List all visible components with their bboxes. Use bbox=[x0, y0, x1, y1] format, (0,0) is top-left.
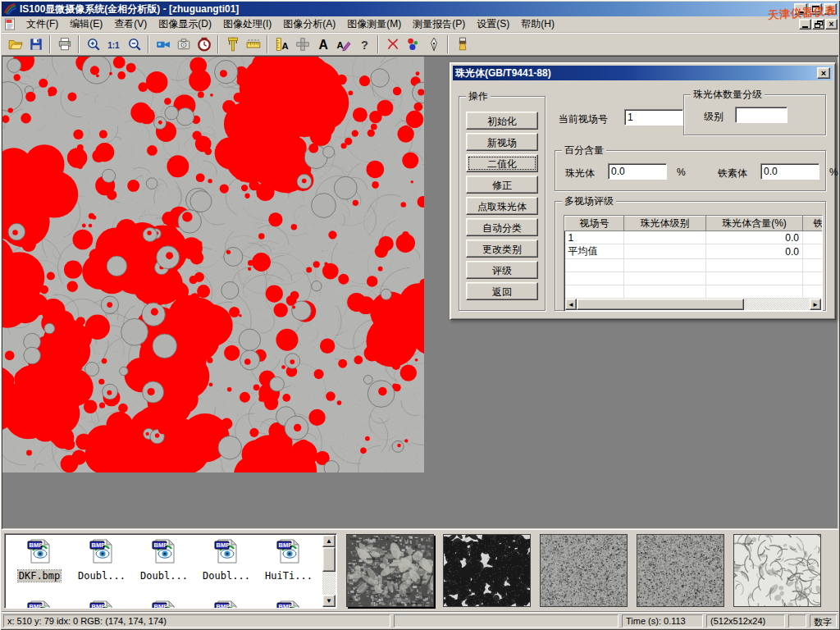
menu-item-3[interactable]: 图像显示(D) bbox=[153, 16, 217, 33]
file-name: Doubl... bbox=[202, 570, 251, 582]
table-cell: 1 bbox=[565, 231, 624, 244]
dialog-close-button[interactable]: × bbox=[817, 67, 830, 79]
file-item-0[interactable]: BMPDKF.bmp bbox=[10, 538, 69, 582]
table-row[interactable] bbox=[565, 259, 824, 272]
file-scroll-thumb[interactable] bbox=[322, 547, 336, 572]
menu-item-0[interactable]: 文件(F) bbox=[21, 16, 64, 33]
curve-tool-icon[interactable] bbox=[382, 34, 403, 54]
svg-text:BMP: BMP bbox=[92, 541, 106, 549]
op-button-4[interactable]: 点取珠光体 bbox=[466, 197, 538, 215]
op-button-8[interactable]: 返回 bbox=[466, 282, 538, 300]
op-button-2[interactable]: 二值化 bbox=[466, 154, 538, 172]
table-row[interactable] bbox=[565, 285, 824, 299]
context-help-icon[interactable]: ? bbox=[354, 34, 374, 54]
thumbnail-2[interactable] bbox=[443, 534, 531, 607]
thumbnail-2-canvas[interactable] bbox=[444, 535, 530, 606]
dialog-title-bar[interactable]: 珠光体(GB/T9441-88) × bbox=[453, 66, 833, 80]
op-button-0[interactable]: 初始化 bbox=[466, 112, 538, 130]
pct-input-0[interactable] bbox=[608, 163, 667, 180]
menu-item-7[interactable]: 测量报告(P) bbox=[407, 16, 471, 33]
file-list-scrollbar[interactable]: ▲ ▼ bbox=[322, 535, 336, 607]
file-item-3[interactable]: BMPDoubl... bbox=[197, 538, 256, 582]
op-button-1[interactable]: 新视场 bbox=[466, 133, 538, 151]
thumbnail-5-canvas[interactable] bbox=[734, 535, 820, 606]
current-view-label: 当前视场号 bbox=[559, 112, 608, 126]
scroll-thumb[interactable] bbox=[577, 299, 744, 310]
file-item-1[interactable]: BMPDoubl... bbox=[72, 538, 131, 582]
edit-annotation-icon[interactable]: A bbox=[333, 34, 354, 54]
text-annotation-icon[interactable]: A bbox=[313, 34, 333, 54]
child-close-button[interactable]: × bbox=[825, 19, 838, 30]
scale-calibration-icon[interactable]: A bbox=[272, 34, 292, 54]
table-col-1: 珠光体级别 bbox=[624, 217, 706, 231]
actual-size-icon[interactable]: 1:1 bbox=[103, 34, 124, 54]
thumbnail-5[interactable] bbox=[733, 534, 821, 607]
file-item-row2-4[interactable]: BMP bbox=[259, 600, 318, 609]
op-button-6[interactable]: 更改类别 bbox=[466, 240, 538, 258]
table-row[interactable]: 平均值0.0 bbox=[565, 244, 824, 259]
thumbnail-4-canvas[interactable] bbox=[637, 535, 724, 606]
scroll-left-icon[interactable]: ◄ bbox=[565, 299, 577, 310]
micrograph-image[interactable] bbox=[2, 57, 424, 472]
scroll-down-icon[interactable]: ▼ bbox=[322, 595, 336, 607]
file-item-row2-3[interactable]: BMP bbox=[197, 600, 256, 609]
pct-input-1[interactable] bbox=[760, 163, 819, 180]
table-row[interactable] bbox=[565, 272, 824, 285]
op-button-7[interactable]: 评级 bbox=[466, 261, 538, 279]
menu-item-6[interactable]: 图像测量(M) bbox=[341, 16, 407, 33]
pen-tool-icon[interactable] bbox=[423, 34, 444, 54]
op-button-3[interactable]: 修正 bbox=[466, 176, 538, 194]
menu-item-2[interactable]: 查看(V) bbox=[108, 16, 153, 33]
bmp-file-icon: BMP bbox=[276, 553, 302, 567]
file-item-2[interactable]: BMPDoubl... bbox=[135, 538, 194, 582]
scroll-up-icon[interactable]: ▲ bbox=[322, 535, 336, 547]
zoom-out-icon[interactable] bbox=[124, 34, 144, 54]
phase-classify-icon[interactable] bbox=[403, 34, 423, 54]
thumbnail-1[interactable] bbox=[346, 534, 434, 607]
video-capture-icon[interactable] bbox=[153, 34, 173, 54]
save-file-icon[interactable] bbox=[25, 34, 46, 54]
thumbnail-3[interactable] bbox=[540, 534, 628, 607]
zoom-in-icon[interactable] bbox=[83, 34, 103, 54]
menu-item-1[interactable]: 编辑(E) bbox=[64, 16, 108, 33]
ruler-measure-icon[interactable] bbox=[243, 34, 263, 54]
status-mode: 数字 bbox=[810, 614, 837, 628]
minimize-button[interactable] bbox=[794, 3, 807, 15]
file-list: ▲ ▼ BMPDKF.bmpBMPDoubl...BMPDoubl...BMPD… bbox=[4, 533, 337, 609]
op-button-5[interactable]: 自动分类 bbox=[466, 218, 538, 236]
menu-item-9[interactable]: 帮助(H) bbox=[515, 16, 560, 33]
close-button[interactable]: × bbox=[824, 3, 837, 15]
pct-unit-1: % bbox=[829, 167, 838, 178]
table-row[interactable]: 10.0 bbox=[565, 231, 824, 244]
timer-icon[interactable] bbox=[194, 34, 214, 54]
image-capture-icon[interactable] bbox=[173, 34, 194, 54]
menu-bar: 文件(F)编辑(E)查看(V)图像显示(D)图像处理(I)图像分析(A)图像测量… bbox=[2, 16, 838, 33]
thumbnail-3-canvas[interactable] bbox=[541, 535, 627, 606]
grade-input[interactable] bbox=[735, 107, 788, 123]
thumbnail-1-canvas[interactable] bbox=[347, 535, 433, 606]
table-horizontal-scrollbar[interactable]: ◄ ► bbox=[565, 299, 821, 310]
open-file-icon[interactable] bbox=[5, 34, 25, 54]
scroll-right-icon[interactable]: ► bbox=[810, 299, 821, 310]
brush-tool-icon[interactable] bbox=[452, 34, 472, 54]
menu-item-5[interactable]: 图像分析(A) bbox=[277, 16, 341, 33]
file-item-row2-1[interactable]: BMP bbox=[72, 600, 131, 609]
file-item-row2-0[interactable]: BMP bbox=[10, 600, 69, 609]
toolbar-separator bbox=[148, 35, 149, 53]
print-icon[interactable] bbox=[54, 34, 75, 54]
multiview-group-label: 多视场评级 bbox=[562, 195, 616, 207]
current-view-input[interactable] bbox=[624, 109, 683, 126]
thumbnail-4[interactable] bbox=[637, 534, 724, 607]
table-col-2: 珠光体含量(%) bbox=[706, 217, 803, 231]
file-item-4[interactable]: BMPHuiTi... bbox=[259, 538, 318, 582]
menu-item-4[interactable]: 图像处理(I) bbox=[217, 16, 277, 33]
caliper-measure-icon[interactable] bbox=[222, 34, 243, 54]
maximize-button[interactable] bbox=[809, 3, 822, 15]
child-restore-button[interactable] bbox=[812, 19, 824, 30]
grid-measure-icon[interactable] bbox=[292, 34, 313, 54]
toolbar-separator bbox=[267, 35, 268, 53]
child-minimize-button[interactable] bbox=[799, 19, 811, 30]
file-item-row2-2[interactable]: BMP bbox=[135, 600, 194, 609]
menu-item-8[interactable]: 设置(S) bbox=[471, 16, 515, 33]
micrograph-canvas[interactable] bbox=[2, 57, 424, 472]
